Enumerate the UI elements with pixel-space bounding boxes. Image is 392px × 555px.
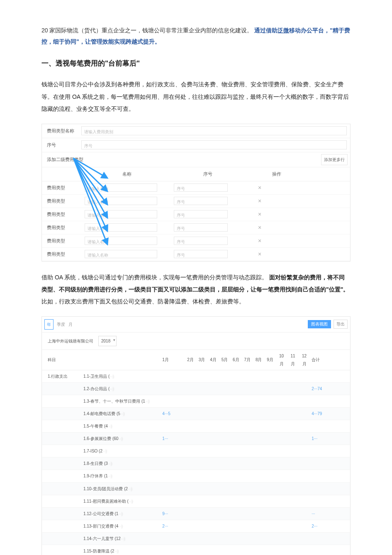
col-m7: 7月: [242, 350, 253, 370]
row-seq-input[interactable]: 序号: [174, 197, 228, 205]
blurred-amount: ···): [108, 424, 112, 428]
blurred-amount: ···): [145, 399, 150, 403]
row-label: 费用类型: [42, 210, 81, 219]
tab-month[interactable]: 月: [68, 320, 73, 328]
col-seq-header: 序号: [173, 170, 243, 178]
row-item-name: 1.10-党员/团员活动费 (2···): [82, 482, 161, 495]
row-item-name: 1.1-卫生用品 (···): [82, 370, 161, 382]
add-secondary-label: 添加二级费用类型: [42, 155, 81, 164]
row-total-value: ···: [312, 511, 315, 516]
row-subject: [42, 507, 82, 520]
row-name-input[interactable]: 请输入名称: [85, 183, 157, 192]
expense-list-row: 1.5-午餐费 (4···): [42, 420, 350, 433]
close-icon[interactable]: ×: [257, 198, 263, 204]
intro-paragraph: 20 家国际物流（货代）重点企业之一，钱塘公司非常注重企业内部的信息化建设。 通…: [41, 25, 351, 47]
row-label: 费用类型: [42, 237, 81, 245]
col-jan: 1月: [161, 350, 185, 370]
row-subject: [42, 420, 82, 433]
add-more-rows-button[interactable]: 添加更多行: [321, 154, 348, 165]
row-subject: [42, 457, 82, 470]
row-label: 费用类型: [42, 250, 81, 259]
fanwei-link[interactable]: 泛微: [278, 27, 289, 34]
row-subject: [42, 445, 82, 457]
expense-list-row: 1.9-疗休养 (1···): [42, 470, 350, 482]
row-jan-value: 2···: [162, 524, 168, 528]
row-jan-value: 9···: [162, 511, 168, 516]
row-item-name: 1.9-疗休养 (1···): [82, 470, 161, 482]
row-total-value: 2···: [312, 524, 317, 528]
row-label: 费用类型: [42, 197, 81, 205]
export-button[interactable]: 导出: [334, 320, 348, 329]
row-seq-input[interactable]: 序号: [174, 183, 228, 192]
expense-type-row: 费用类型请输入名称序号×: [42, 208, 350, 221]
expense-list-row: 1.7-ISO (2···): [42, 445, 350, 457]
col-m5: 5月: [219, 350, 230, 370]
expense-type-name-input[interactable]: 请输入费用类别: [81, 126, 347, 135]
row-subject: 1.行政支出: [42, 370, 82, 382]
close-icon[interactable]: ×: [257, 238, 263, 244]
row-seq-input[interactable]: 序号: [174, 223, 228, 232]
expense-type-row: 费用类型请输入名称序号×: [42, 181, 350, 195]
expense-type-row: 费用类型请输入名称序号×: [42, 221, 350, 235]
tab-year[interactable]: 年: [44, 319, 54, 330]
expense-list-screenshot: 年 季度 月 图表视图 导出 上海中外运钱塘有限公司 2018 科目 1月 2月…: [41, 316, 351, 555]
col-m11: 11月: [287, 350, 298, 370]
expense-list-row: 1.行政支出1.1-卫生用品 (···): [42, 370, 350, 382]
blurred-amount: ···): [118, 512, 123, 516]
close-icon[interactable]: ×: [257, 185, 263, 191]
expense-list-row: 1.8-生日费 (3···): [42, 457, 350, 470]
expense-type-row: 费用类型请输入名称序号×: [42, 248, 350, 261]
row-label: 费用类型: [42, 223, 81, 232]
blurred-amount: ···): [114, 549, 119, 553]
row-item-name: 1.11-慰问费及困难补助 (···): [82, 495, 161, 507]
row-name-input[interactable]: 请输入名称: [85, 237, 157, 245]
close-icon[interactable]: ×: [257, 225, 263, 230]
chart-view-button[interactable]: 图表视图: [308, 320, 331, 328]
intro-prefix: 20 家国际物流（货代）重点企业之一，钱塘公司非常注重企业内部的信息化建设。: [41, 27, 253, 34]
expense-list-row: 1.15-防暑降温 (2···): [42, 545, 350, 555]
row-item-name: 1.6-参展展位费 (60···): [82, 433, 161, 445]
row-subject: [42, 470, 82, 482]
row-seq-input[interactable]: 序号: [174, 210, 228, 218]
expense-list-row: 1.2-办公用品 (···)2···74: [42, 382, 350, 395]
row-item-name: 1.8-生日费 (3···): [82, 457, 161, 470]
blurred-amount: ···): [110, 374, 114, 379]
row-name-input[interactable]: 请输入名称: [85, 223, 157, 232]
row-name-input[interactable]: 请输入名称: [85, 210, 157, 218]
row-item-name: 1.3-春节、十一、中秋节日费用 (1···): [82, 395, 161, 407]
row-seq-input[interactable]: 序号: [174, 250, 228, 258]
row-subject: [42, 495, 82, 507]
tab-quarter[interactable]: 季度: [57, 320, 65, 328]
year-select[interactable]: 2018: [98, 336, 117, 346]
blurred-amount: ···): [129, 499, 133, 504]
blurred-amount: ···): [118, 524, 123, 528]
row-name-input[interactable]: 请输入名称: [85, 250, 157, 258]
close-icon[interactable]: ×: [257, 211, 263, 217]
blurred-amount: ···): [108, 462, 112, 466]
row-label: 费用类型: [42, 183, 81, 192]
row-subject: [42, 520, 82, 532]
col-m4: 4月: [207, 350, 219, 370]
row-subject: [42, 433, 82, 445]
col-m8: 8月: [253, 350, 264, 370]
para2-prefix: 借助 OA 系统，钱塘公司通过专门的费用模块，实现每一笔费用的分类管理与动态跟踪…: [41, 274, 268, 281]
seq-label: 序号: [42, 141, 81, 149]
row-item-name: 1.4-邮电费电话费 (5···): [82, 408, 161, 420]
section-1-title: 一、透视每笔费用的"台前幕后": [41, 57, 351, 70]
para2-suffix: 比如，行政支出费用下面又包括公司交通费、防暑降温费、体检费、差旅费等。: [41, 298, 245, 305]
close-icon[interactable]: ×: [257, 251, 263, 257]
expense-type-row: 费用类型请输入名称序号×: [42, 235, 350, 248]
col-total: 合计: [310, 350, 334, 370]
sub-table-header: 名称 序号 操作: [42, 167, 350, 181]
row-name-input[interactable]: 请输入名称: [85, 197, 157, 205]
col-m9: 9月: [264, 350, 275, 370]
col-m2: 2月: [185, 350, 196, 370]
col-m6: 6月: [230, 350, 241, 370]
row-item-name: 1.5-午餐费 (4···): [82, 420, 161, 433]
paragraph-1: 钱塘公司日常办公中会涉及到各种费用，如行政支出、会费与法务费、物业费用、安全管理…: [41, 78, 351, 115]
seq-input[interactable]: 序号: [81, 140, 347, 149]
blurred-amount: ···): [118, 437, 123, 441]
col-m3: 3月: [196, 350, 207, 370]
row-item-name: 1.7-ISO (2···): [82, 445, 161, 457]
row-seq-input[interactable]: 序号: [174, 237, 228, 245]
